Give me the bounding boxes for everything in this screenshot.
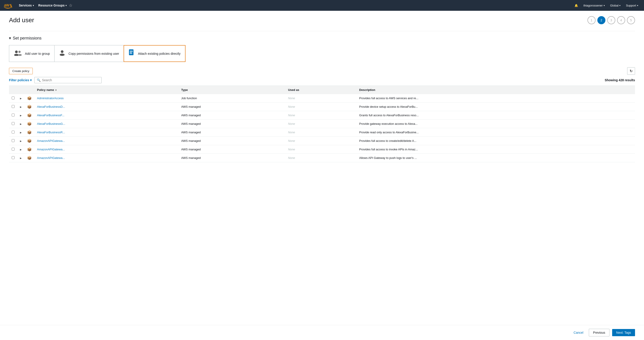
step-3[interactable]: 3 — [607, 16, 615, 24]
expand-arrow-5[interactable]: ▶ — [20, 140, 22, 142]
row-checkbox-0[interactable] — [9, 94, 17, 103]
row-checkbox-input-6[interactable] — [12, 148, 14, 151]
refresh-button[interactable]: ↻ — [627, 67, 635, 75]
row-name-0[interactable]: AdministratorAccess — [34, 94, 178, 103]
policy-link-7[interactable]: AmazonAPIGatewa... — [37, 156, 65, 160]
row-checkbox-2[interactable] — [9, 111, 17, 120]
row-checkbox-input-2[interactable] — [12, 114, 14, 117]
row-checkbox-input-3[interactable] — [12, 122, 14, 125]
svg-rect-6 — [129, 49, 134, 55]
row-checkbox-3[interactable] — [9, 120, 17, 128]
expand-arrow-0[interactable]: ▶ — [20, 97, 22, 100]
aws-logo[interactable] — [4, 2, 12, 9]
filter-policies-button[interactable]: Filter policies ▾ — [9, 78, 32, 82]
table-row[interactable]: ▶ 📦 AmazonAPIGatewa... AWS managed None … — [9, 137, 635, 145]
expand-arrow-1[interactable]: ▶ — [20, 106, 22, 108]
table-row[interactable]: ▶ 📦 AlexaForBusinessD... AWS managed Non… — [9, 103, 635, 111]
row-name-7[interactable]: AmazonAPIGatewa... — [34, 154, 178, 162]
permission-card-copy[interactable]: Copy permissions from existing user — [54, 45, 124, 62]
row-name-6[interactable]: AmazonAPIGatewa... — [34, 145, 178, 154]
used-as-value-2: None — [288, 114, 295, 117]
region-menu[interactable]: Global ▾ — [608, 4, 623, 7]
row-name-3[interactable]: AlexaForBusinessG... — [34, 120, 178, 128]
row-expand-2[interactable]: ▶ — [17, 111, 24, 120]
filter-chevron-icon: ▾ — [30, 78, 32, 82]
row-used-as-2: None — [285, 111, 356, 120]
policy-link-6[interactable]: AmazonAPIGatewa... — [37, 148, 65, 151]
table-row[interactable]: ▶ 📦 AlexaForBusinessG... AWS managed Non… — [9, 120, 635, 128]
th-policy-name[interactable]: Policy name ▼ — [34, 86, 178, 94]
policy-link-4[interactable]: AlexaForBusinessR... — [37, 131, 65, 134]
row-checkbox-6[interactable] — [9, 145, 17, 154]
row-checkbox-input-4[interactable] — [12, 131, 14, 134]
expand-arrow-3[interactable]: ▶ — [20, 123, 22, 125]
step-1[interactable]: 1 — [588, 16, 596, 24]
next-tags-button[interactable]: Next: Tags — [612, 329, 635, 336]
add-group-label: Add user to group — [25, 52, 50, 56]
search-input[interactable] — [42, 78, 99, 82]
policy-link-2[interactable]: AlexaForBusinessF... — [37, 114, 64, 117]
expand-arrow-6[interactable]: ▶ — [20, 148, 22, 151]
table-row[interactable]: ▶ 📦 AmazonAPIGatewa... AWS managed None … — [9, 154, 635, 162]
row-name-4[interactable]: AlexaForBusinessR... — [34, 128, 178, 137]
svg-rect-9 — [130, 53, 132, 53]
notification-bell[interactable]: 🔔 — [572, 4, 580, 7]
row-icon-6: 📦 — [24, 145, 34, 154]
row-name-1[interactable]: AlexaForBusinessD... — [34, 103, 178, 111]
row-checkbox-input-5[interactable] — [12, 139, 14, 142]
policy-link-3[interactable]: AlexaForBusinessG... — [37, 122, 65, 125]
svg-point-5 — [60, 54, 64, 56]
row-expand-0[interactable]: ▶ — [17, 94, 24, 103]
favorites-icon[interactable]: ☆ — [69, 3, 72, 8]
support-menu[interactable]: Support ▾ — [624, 4, 640, 7]
policy-link-5[interactable]: AmazonAPIGatewa... — [37, 139, 65, 143]
row-name-5[interactable]: AmazonAPIGatewa... — [34, 137, 178, 145]
used-as-value-1: None — [288, 105, 295, 108]
services-menu[interactable]: Services ▾ — [16, 4, 36, 7]
table-row[interactable]: ▶ 📦 AmazonAPIGatewa... AWS managed None … — [9, 145, 635, 154]
create-policy-button[interactable]: Create policy — [9, 68, 33, 74]
row-checkbox-input-7[interactable] — [12, 156, 14, 159]
expand-arrow-4[interactable]: ▶ — [20, 131, 22, 134]
step-4[interactable]: 4 — [617, 16, 625, 24]
top-navigation: Services ▾ Resource Groups ▾ ☆ 🔔 thiagor… — [0, 0, 644, 11]
expand-arrow-2[interactable]: ▶ — [20, 114, 22, 117]
row-expand-6[interactable]: ▶ — [17, 145, 24, 154]
row-used-as-6: None — [285, 145, 356, 154]
row-expand-5[interactable]: ▶ — [17, 137, 24, 145]
resource-groups-menu[interactable]: Resource Groups ▾ — [36, 4, 69, 7]
row-expand-7[interactable]: ▶ — [17, 154, 24, 162]
row-name-2[interactable]: AlexaForBusinessF... — [34, 111, 178, 120]
user-menu[interactable]: thiagorossener ▾ — [581, 4, 607, 7]
previous-button[interactable]: Previous — [589, 329, 610, 336]
row-checkbox-4[interactable] — [9, 128, 17, 137]
table-row[interactable]: ▶ 📦 AlexaForBusinessF... AWS managed Non… — [9, 111, 635, 120]
row-expand-1[interactable]: ▶ — [17, 103, 24, 111]
used-as-value-7: None — [288, 156, 295, 160]
row-checkbox-input-1[interactable] — [12, 105, 14, 108]
used-as-value-0: None — [288, 97, 295, 100]
svg-point-1 — [14, 54, 18, 56]
step-2[interactable]: 2 — [597, 16, 606, 24]
policy-link-1[interactable]: AlexaForBusinessD... — [37, 105, 65, 108]
permission-card-add-group[interactable]: Add user to group — [9, 45, 54, 62]
expand-arrow-7[interactable]: ▶ — [20, 157, 22, 159]
policy-link-0[interactable]: AdministratorAccess — [37, 97, 64, 100]
row-used-as-4: None — [285, 128, 356, 137]
row-expand-3[interactable]: ▶ — [17, 120, 24, 128]
row-description-6: Provides full access to invoke APIs in A… — [356, 145, 635, 154]
row-type-4: AWS managed — [178, 128, 285, 137]
row-expand-4[interactable]: ▶ — [17, 128, 24, 137]
attach-label: Attach existing policies directly — [138, 52, 180, 56]
row-checkbox-7[interactable] — [9, 154, 17, 162]
row-checkbox-5[interactable] — [9, 137, 17, 145]
permission-card-attach[interactable]: Attach existing policies directly — [124, 45, 186, 62]
row-type-3: AWS managed — [178, 120, 285, 128]
section-collapse-icon[interactable]: ▾ — [9, 36, 11, 41]
row-checkbox-1[interactable] — [9, 103, 17, 111]
row-checkbox-input-0[interactable] — [12, 97, 14, 99]
table-row[interactable]: ▶ 📦 AlexaForBusinessR... AWS managed Non… — [9, 128, 635, 137]
cancel-button[interactable]: Cancel — [571, 329, 586, 336]
table-row[interactable]: ▶ 📦 AdministratorAccess Job function Non… — [9, 94, 635, 103]
step-5[interactable]: 5 — [627, 16, 635, 24]
